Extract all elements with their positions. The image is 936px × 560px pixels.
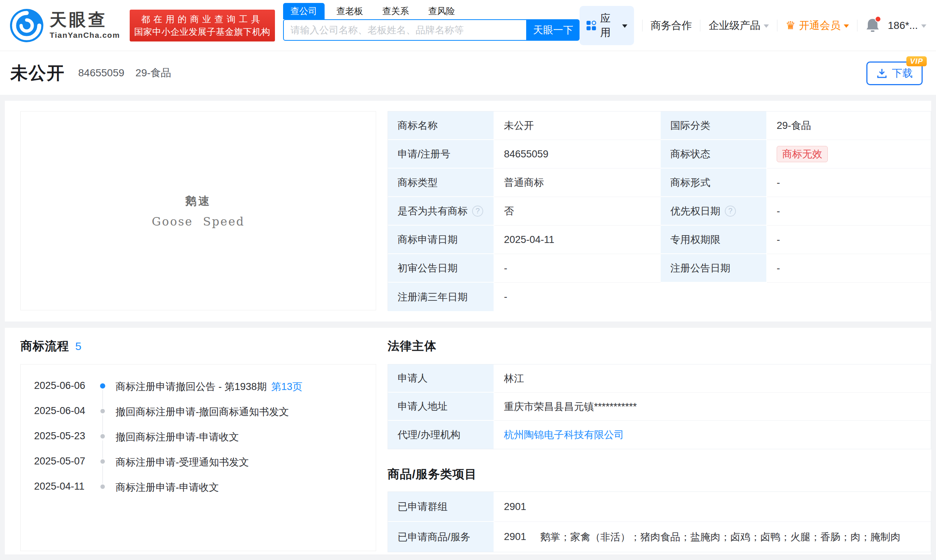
goods-label: 已申请商品/服务	[388, 522, 494, 552]
timeline-date: 2025-04-11	[34, 481, 90, 492]
notification-dot	[875, 16, 881, 22]
trademark-info-card: 鹅速 Goose Speed 商标名称 未公开 国际分类 29-食品 申请/注册…	[5, 101, 931, 322]
legal-value: 林江	[494, 365, 931, 392]
logo-domain: TianYanCha.com	[50, 31, 120, 40]
info-label: 是否为共有商标 ?	[388, 197, 494, 226]
tab-company[interactable]: 查公司	[283, 3, 325, 19]
page-title-bar: 未公开 84655059 29-食品 下载 VIP	[0, 51, 936, 95]
info-value: 84655059	[494, 140, 661, 169]
timeline-date: 2025-05-07	[34, 455, 90, 467]
legal-label: 代理/办理机构	[388, 421, 494, 449]
download-button[interactable]: 下载 VIP	[866, 62, 923, 85]
divider	[642, 20, 642, 31]
process-section-title: 商标流程	[20, 338, 69, 354]
nav-biz-cooperation[interactable]: 商务合作	[650, 18, 692, 32]
goods-section-title: 商品/服务类项目	[388, 466, 477, 483]
caret-down-icon	[622, 25, 627, 28]
promo-line-1: 都在用的商业查询工具	[130, 13, 275, 26]
process-timeline: 2025-06-06 商标注册申请撤回公告 - 第1938期 第13页 2025…	[20, 364, 376, 551]
apps-label: 应用	[600, 11, 618, 40]
site-header: 天眼查 TianYanCha.com 都在用的商业查询工具 国家中小企业发展子基…	[0, 0, 936, 51]
timeline-date: 2025-06-04	[34, 405, 90, 417]
timeline-item: 2025-05-23 撤回商标注册申请-申请收文	[34, 430, 376, 442]
info-value: -	[494, 283, 931, 311]
tab-relation[interactable]: 查关系	[375, 3, 417, 19]
user-phone: 186*...	[888, 20, 918, 31]
tab-boss[interactable]: 查老板	[329, 3, 371, 19]
info-value: 否	[494, 197, 661, 226]
info-value: 未公开	[494, 111, 661, 140]
trademark-image-text-en: Goose Speed	[152, 215, 245, 228]
tianyancha-logo-icon	[10, 9, 44, 43]
info-value: -	[494, 254, 661, 283]
vip-label: 开通会员	[799, 18, 841, 32]
promo-line-2: 国家中小企业发展子基金旗下机构	[130, 26, 275, 38]
trademark-info-table: 商标名称 未公开 国际分类 29-食品 申请/注册号 84655059 商标状态…	[388, 111, 931, 311]
download-icon	[876, 68, 887, 79]
legal-and-goods-section: 法律主体 申请人 林江 申请人地址 重庆市荣昌县昌元镇*********** 代…	[388, 338, 931, 554]
search-input[interactable]	[283, 19, 527, 41]
info-label: 初审公告日期	[388, 254, 494, 283]
page-title: 未公开	[10, 62, 65, 85]
legal-value: 杭州陶锦电子科技有限公司	[494, 421, 931, 449]
info-label-text: 是否为共有商标	[397, 205, 468, 218]
app-grid-icon	[586, 20, 596, 31]
help-icon[interactable]: ?	[725, 206, 736, 217]
nav-open-vip[interactable]: ♛ 开通会员	[785, 18, 849, 32]
enterprise-label: 企业级产品	[708, 18, 760, 32]
info-label: 申请/注册号	[388, 140, 494, 169]
trademark-image: 鹅速 Goose Speed	[20, 111, 376, 310]
apps-menu[interactable]: 应用	[580, 6, 634, 45]
info-label: 专用权期限	[661, 226, 767, 254]
goods-group-number: 2901	[504, 531, 526, 543]
timeline-dot	[100, 459, 105, 464]
info-label: 商标名称	[388, 111, 494, 140]
goods-services-table: 已申请群组 2901 已申请商品/服务 2901 鹅掌；家禽（非活）；猪肉食品；…	[388, 491, 931, 552]
caret-down-icon	[921, 25, 926, 28]
timeline-dot	[100, 485, 105, 489]
legal-section-title: 法律主体	[388, 338, 437, 354]
info-value: -	[767, 254, 931, 283]
divider	[777, 20, 777, 31]
timeline-item: 2025-05-07 商标注册申请-受理通知书发文	[34, 455, 376, 467]
info-label: 国际分类	[661, 111, 767, 140]
caret-down-icon	[844, 25, 849, 28]
search-block: 查公司 查老板 查关系 查风险 天眼一下	[283, 3, 580, 41]
info-label-text: 优先权日期	[670, 205, 720, 218]
info-value: 普通商标	[494, 169, 661, 197]
timeline-page-link[interactable]: 第13页	[271, 380, 302, 393]
timeline-dot-active	[100, 383, 105, 389]
info-value: 2025-04-11	[494, 226, 661, 254]
user-account-menu[interactable]: 186*...	[888, 20, 926, 31]
info-label: 注册满三年日期	[388, 283, 494, 311]
notification-bell[interactable]	[865, 17, 880, 34]
vip-badge: VIP	[906, 56, 927, 66]
tab-risk[interactable]: 查风险	[421, 3, 462, 19]
trademark-image-text-zh: 鹅速	[185, 194, 211, 209]
info-label: 商标状态	[661, 140, 767, 169]
detail-card: 商标流程 5 2025-06-06 商标注册申请撤回公告 - 第1938期 第1…	[5, 328, 931, 554]
agency-company-link[interactable]: 杭州陶锦电子科技有限公司	[504, 428, 624, 442]
search-button[interactable]: 天眼一下	[527, 19, 580, 41]
timeline-text: 商标注册申请-申请收文	[115, 481, 219, 494]
timeline-text: 撤回商标注册申请-撤回商标通知书发文	[115, 405, 289, 418]
info-label: 优先权日期 ?	[661, 197, 767, 226]
tianyancha-logo[interactable]: 天眼查 TianYanCha.com	[10, 9, 120, 43]
promo-banner: 都在用的商业查询工具 国家中小企业发展子基金旗下机构	[130, 10, 275, 42]
info-label: 商标申请日期	[388, 226, 494, 254]
nav-enterprise-products[interactable]: 企业级产品	[708, 18, 769, 32]
divider	[700, 20, 700, 31]
status-badge: 商标无效	[777, 146, 828, 162]
legal-value: 重庆市荣昌县昌元镇***********	[494, 392, 931, 421]
timeline-text: 撤回商标注册申请-申请收文	[115, 430, 239, 444]
legal-label: 申请人	[388, 365, 494, 392]
timeline-dot	[100, 434, 105, 438]
timeline-item: 2025-04-11 商标注册申请-申请收文	[34, 481, 376, 492]
info-value: 29-食品	[767, 111, 931, 140]
crown-icon: ♛	[785, 20, 796, 31]
help-icon[interactable]: ?	[472, 206, 483, 217]
legal-entity-table: 申请人 林江 申请人地址 重庆市荣昌县昌元镇*********** 代理/办理机…	[388, 364, 931, 449]
timeline-text: 商标注册申请-受理通知书发文	[115, 455, 249, 469]
goods-value: 2901	[494, 492, 931, 522]
info-value: -	[767, 226, 931, 254]
